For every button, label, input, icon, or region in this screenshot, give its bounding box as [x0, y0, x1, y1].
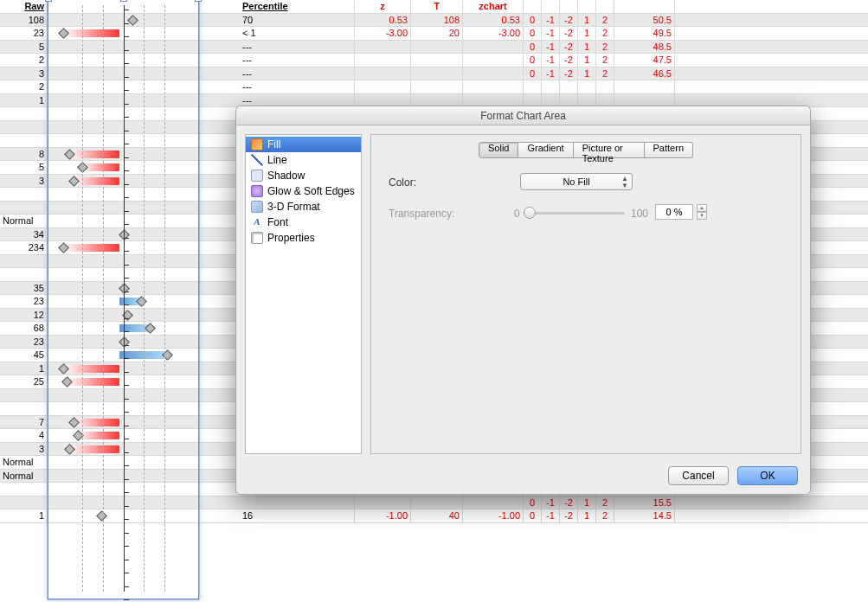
- cell[interactable]: zchart: [463, 0, 524, 14]
- transparency-stepper[interactable]: ▲ ▼: [697, 204, 707, 220]
- cell[interactable]: -2: [560, 41, 578, 54]
- cell[interactable]: [48, 483, 199, 496]
- cell[interactable]: ---: [199, 54, 355, 67]
- cell[interactable]: [48, 375, 199, 389]
- cell[interactable]: [596, 0, 614, 14]
- cell[interactable]: 0: [524, 14, 542, 28]
- cell[interactable]: 234: [0, 241, 48, 255]
- category-line[interactable]: Line: [246, 152, 361, 168]
- cell[interactable]: [48, 496, 199, 510]
- cell[interactable]: 2: [596, 509, 614, 523]
- cell[interactable]: 1: [0, 362, 48, 376]
- cell[interactable]: [0, 121, 48, 135]
- cell[interactable]: 49.5: [614, 27, 675, 41]
- cell[interactable]: 0: [524, 67, 542, 81]
- cell[interactable]: < 1: [199, 27, 355, 41]
- cell[interactable]: 108: [411, 14, 463, 28]
- cell[interactable]: [578, 80, 596, 94]
- cell[interactable]: [48, 509, 199, 523]
- fill-type-segmented[interactable]: Solid Gradient Picture or Texture Patter…: [479, 142, 693, 158]
- cell[interactable]: [48, 241, 199, 255]
- cell[interactable]: 0: [524, 41, 542, 54]
- cell[interactable]: [48, 402, 199, 416]
- category-font[interactable]: A Font: [246, 215, 361, 230]
- cell[interactable]: [48, 161, 199, 175]
- cell[interactable]: 2: [596, 67, 614, 81]
- cell[interactable]: 23: [0, 336, 48, 349]
- cell[interactable]: 3: [0, 175, 48, 189]
- cell[interactable]: [0, 134, 48, 148]
- cell[interactable]: [199, 496, 355, 510]
- cell[interactable]: [48, 148, 199, 162]
- cell[interactable]: [48, 336, 199, 349]
- cell[interactable]: [560, 0, 578, 14]
- category-glow[interactable]: Glow & Soft Edges: [246, 183, 361, 199]
- cell[interactable]: 12: [0, 309, 48, 323]
- cell[interactable]: 40: [411, 509, 463, 523]
- cell[interactable]: [48, 389, 199, 403]
- cell[interactable]: [48, 429, 199, 443]
- cell[interactable]: -1: [542, 41, 560, 54]
- transparency-value[interactable]: 0 %: [655, 204, 693, 220]
- cell[interactable]: [48, 282, 199, 296]
- category-fill[interactable]: Fill: [246, 137, 361, 152]
- cell[interactable]: [596, 80, 614, 94]
- cell[interactable]: [48, 67, 199, 81]
- cell[interactable]: -2: [560, 496, 578, 510]
- cell[interactable]: [48, 456, 199, 470]
- cell[interactable]: 0: [524, 509, 542, 523]
- category-3d[interactable]: 3-D Format: [246, 199, 361, 215]
- cell[interactable]: 15.5: [614, 496, 675, 510]
- cell[interactable]: z: [355, 0, 411, 14]
- cell[interactable]: [355, 80, 411, 94]
- cell[interactable]: 70: [199, 14, 355, 28]
- cell[interactable]: Raw: [0, 0, 48, 14]
- cell[interactable]: -2: [560, 14, 578, 28]
- cell[interactable]: 4: [0, 429, 48, 443]
- stepper-up-icon[interactable]: ▲: [697, 204, 707, 212]
- cell[interactable]: 0.53: [463, 14, 524, 28]
- ok-button[interactable]: OK: [737, 466, 798, 485]
- cell[interactable]: [48, 175, 199, 189]
- stepper-down-icon[interactable]: ▼: [697, 212, 707, 220]
- cell[interactable]: T: [411, 0, 463, 14]
- cell[interactable]: Normal: [0, 470, 48, 484]
- cell[interactable]: [48, 188, 199, 202]
- cell[interactable]: 5: [0, 41, 48, 54]
- cell[interactable]: -3.00: [355, 27, 411, 41]
- category-shadow[interactable]: Shadow: [246, 168, 361, 183]
- cell[interactable]: [48, 362, 199, 376]
- cell[interactable]: [48, 255, 199, 269]
- tab-picture[interactable]: Picture or Texture: [574, 142, 645, 158]
- cell[interactable]: 2: [596, 496, 614, 510]
- cell[interactable]: [48, 309, 199, 323]
- cell[interactable]: [48, 470, 199, 484]
- cell[interactable]: [0, 389, 48, 403]
- cell[interactable]: [614, 80, 675, 94]
- cell[interactable]: 35: [0, 282, 48, 296]
- cell[interactable]: 16: [199, 509, 355, 523]
- cell[interactable]: 3: [0, 67, 48, 81]
- cell[interactable]: [0, 107, 48, 121]
- cell[interactable]: [355, 54, 411, 67]
- cell[interactable]: -1: [542, 27, 560, 41]
- cell[interactable]: 1: [578, 54, 596, 67]
- cell[interactable]: [48, 443, 199, 457]
- cell[interactable]: [48, 0, 199, 14]
- cell[interactable]: ---: [199, 80, 355, 94]
- cell[interactable]: -2: [560, 54, 578, 67]
- cell[interactable]: [48, 121, 199, 135]
- tab-gradient[interactable]: Gradient: [518, 142, 573, 158]
- cell[interactable]: 2: [596, 41, 614, 54]
- cell[interactable]: ---: [199, 41, 355, 54]
- cell[interactable]: -1: [542, 67, 560, 81]
- cell[interactable]: [0, 402, 48, 416]
- cell[interactable]: 46.5: [614, 67, 675, 81]
- cell[interactable]: 34: [0, 228, 48, 242]
- cell[interactable]: [524, 80, 542, 94]
- cell[interactable]: [48, 41, 199, 54]
- cell[interactable]: 2: [596, 14, 614, 28]
- cell[interactable]: [48, 27, 199, 41]
- cell[interactable]: [48, 134, 199, 148]
- cell[interactable]: 0: [524, 54, 542, 67]
